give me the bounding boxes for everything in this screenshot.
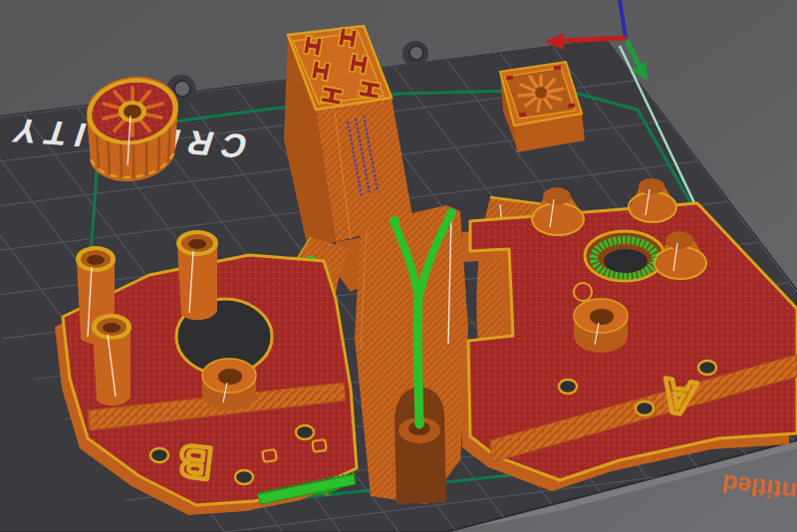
plate-a-bore xyxy=(585,231,664,281)
plate-b-boss xyxy=(202,359,256,410)
x-axis xyxy=(560,38,626,41)
screw-hole xyxy=(409,46,423,60)
plate-b-cylinder xyxy=(92,314,132,405)
slicer-3d-viewport[interactable]: CREALITY Untitled xyxy=(0,0,797,532)
screw-hole xyxy=(174,81,190,97)
scene-canvas[interactable]: CREALITY Untitled xyxy=(0,0,797,532)
plate-b-letter: B xyxy=(175,434,214,490)
plate-b-cylinder xyxy=(176,230,218,320)
plate-screw-tab xyxy=(402,41,428,67)
